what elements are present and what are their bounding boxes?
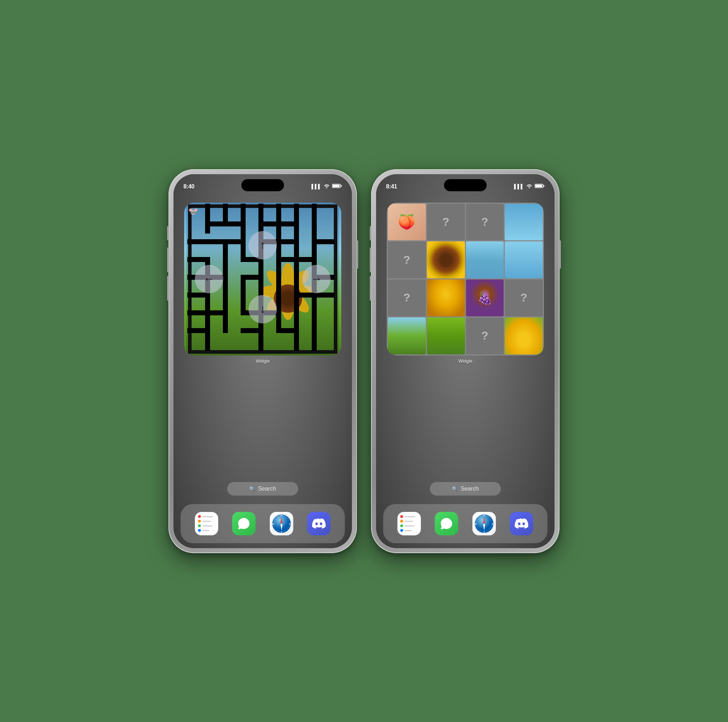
phone-left: 8:40 ▌▌▌ xyxy=(168,169,357,553)
maze-arrow-up[interactable]: ↑ xyxy=(248,231,277,260)
dock-right: N S E W xyxy=(383,504,548,543)
volume-down-button-right xyxy=(370,276,372,301)
dock-discord-left[interactable] xyxy=(307,512,330,535)
question-mark-6: ? xyxy=(481,329,488,342)
puzzle-cell-hidden-3: ? xyxy=(388,242,426,278)
signal-icon: ▌▌▌ xyxy=(311,184,321,189)
maze-arrows: ↑ ↓ ← → xyxy=(184,203,341,355)
svg-rect-2 xyxy=(333,185,340,187)
search-icon-left: 🔍 xyxy=(249,486,255,492)
search-button-left[interactable]: 🔍 Search xyxy=(227,482,298,496)
puzzle-widget-area[interactable]: 🍑 ? ? ? ? 🍇 ? ? xyxy=(387,203,544,355)
time-left: 8:40 xyxy=(184,184,194,190)
question-mark-5: ? xyxy=(520,291,528,304)
signal-icon-right: ▌▌▌ xyxy=(514,184,524,189)
question-mark-1: ? xyxy=(442,216,449,229)
dock-reminders-left[interactable] xyxy=(195,512,218,535)
puzzle-cell-sunflower-petal xyxy=(427,279,465,317)
power-button-right xyxy=(559,240,561,269)
svg-text:S: S xyxy=(483,531,485,533)
puzzle-cell-sky-3 xyxy=(505,242,543,278)
status-icons-left: ▌▌▌ xyxy=(311,184,342,190)
maze-widget-inner: 🐭 ↑ ↓ ← → xyxy=(184,203,341,355)
puzzle-cell-sunflower-2 xyxy=(505,317,543,355)
status-bar-right: 8:41 ▌▌▌ xyxy=(376,174,555,195)
volume-up-button-right xyxy=(370,248,372,272)
svg-text:E: E xyxy=(289,523,291,525)
puzzle-cell-sunflower-center-1 xyxy=(427,242,465,278)
search-label-right: Search xyxy=(461,486,479,492)
maze-arrow-right[interactable]: → xyxy=(302,265,330,293)
puzzle-cell-hidden-4: ? xyxy=(388,279,426,317)
volume-up-button xyxy=(167,248,169,272)
wifi-icon-right xyxy=(526,184,532,190)
svg-text:W: W xyxy=(474,523,477,525)
widget-label-left: Widgle xyxy=(255,358,270,364)
maze-widget[interactable]: 🐭 ↑ ↓ ← → xyxy=(184,203,341,355)
dock-left: N S E W xyxy=(180,504,345,543)
search-icon-right: 🔍 xyxy=(452,486,458,492)
svg-rect-62 xyxy=(543,185,544,187)
dock-reminders-right[interactable] xyxy=(398,512,421,535)
status-bar-left: 8:40 ▌▌▌ xyxy=(173,174,352,195)
wifi-icon xyxy=(323,184,330,190)
power-button xyxy=(356,240,358,269)
volume-down-button xyxy=(167,276,169,301)
maze-arrow-left[interactable]: ← xyxy=(195,265,223,293)
puzzle-cell-field-1 xyxy=(388,317,426,355)
svg-rect-1 xyxy=(341,185,342,187)
question-mark-3: ? xyxy=(404,254,411,267)
time-right: 8:41 xyxy=(386,184,397,190)
svg-rect-63 xyxy=(535,185,543,187)
phone-screen-right: 8:41 ▌▌▌ xyxy=(376,174,555,548)
puzzle-cell-sky-2 xyxy=(466,242,504,278)
puzzle-cell-field-2 xyxy=(427,317,465,355)
dock-discord-right[interactable] xyxy=(510,512,533,535)
dock-safari-left[interactable]: N S E W xyxy=(270,512,293,535)
maze-arrow-down[interactable]: ↓ xyxy=(248,295,277,323)
svg-text:N: N xyxy=(281,514,282,517)
dock-messages-right[interactable] xyxy=(435,512,458,535)
battery-icon-right xyxy=(535,184,544,190)
status-icons-right: ▌▌▌ xyxy=(514,184,544,190)
puzzle-cell-grape: 🍇 xyxy=(466,279,504,317)
phone-screen-left: 8:40 ▌▌▌ xyxy=(173,174,352,548)
puzzle-cell-hidden-5: ? xyxy=(505,279,543,317)
dock-safari-right[interactable]: N S E W xyxy=(473,512,496,535)
svg-text:E: E xyxy=(492,523,493,525)
search-label-left: Search xyxy=(258,486,276,492)
battery-icon xyxy=(332,184,342,190)
dock-messages-left[interactable] xyxy=(232,512,255,535)
puzzle-cell-hidden-2: ? xyxy=(466,204,504,241)
svg-text:S: S xyxy=(281,531,282,533)
svg-text:N: N xyxy=(483,514,485,517)
phone-right: 8:41 ▌▌▌ xyxy=(371,169,560,553)
question-mark-4: ? xyxy=(404,291,411,304)
svg-text:W: W xyxy=(272,523,274,525)
puzzle-widget-inner: 🍑 ? ? ? ? 🍇 ? ? xyxy=(387,203,544,355)
puzzle-cell-peach: 🍑 xyxy=(388,204,426,241)
widget-label-right: Widgle xyxy=(458,358,473,364)
mute-button xyxy=(167,226,169,240)
mute-button-right xyxy=(370,226,372,240)
puzzle-cell-hidden-6: ? xyxy=(466,317,504,355)
question-mark-2: ? xyxy=(481,216,488,229)
search-button-right[interactable]: 🔍 Search xyxy=(430,482,501,496)
puzzle-cell-hidden-1: ? xyxy=(427,204,465,241)
puzzle-cell-sky-1 xyxy=(505,204,543,241)
